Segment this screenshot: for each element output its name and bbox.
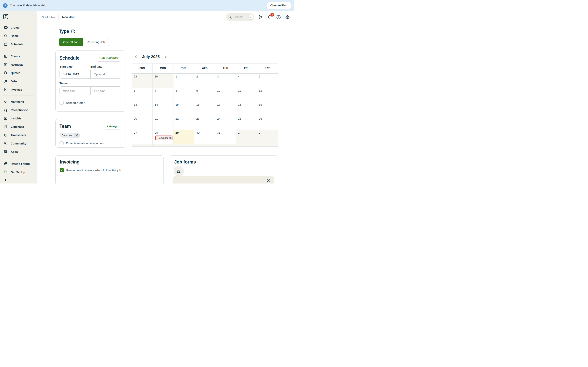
job-forms-card: Job forms (170, 155, 278, 184)
sidebar-item-requests[interactable]: Requests (0, 60, 37, 69)
sidebar-item-insights[interactable]: Insights (0, 114, 37, 123)
calendar-day-cell[interactable]: 12 (257, 88, 278, 102)
calendar-day-cell[interactable]: 31 (215, 130, 236, 144)
day-header: FRI (236, 64, 257, 73)
sidebar-item-get-set-up[interactable]: Get Set Up (0, 168, 37, 176)
day-header: MON (153, 64, 173, 73)
calendar-day-cell[interactable]: 22 (173, 116, 194, 130)
day-number: 30 (196, 131, 199, 134)
sidebar-item-refer-a-friend[interactable]: Refer a Friend (0, 160, 37, 168)
day-number: 2 (196, 75, 198, 78)
day-number: 31 (217, 131, 221, 134)
calendar-day-cell[interactable]: 3 (215, 74, 236, 88)
day-number: 24 (217, 117, 221, 120)
calendar-next-button[interactable] (164, 55, 168, 59)
calendar-prev-button[interactable] (134, 55, 138, 59)
calendar-day-cell[interactable]: 13 (132, 102, 153, 116)
calendar-day-cell[interactable]: 19 (257, 102, 278, 116)
sidebar-item-apps[interactable]: Apps (0, 148, 37, 156)
sidebar-item-label: Apps (11, 150, 18, 153)
invoice-reminder-checkbox[interactable] (60, 168, 64, 172)
calendar-day-cell[interactable]: 21 (153, 116, 173, 130)
calendar-day-cell[interactable]: 25 (236, 116, 257, 130)
calendar-day-cell[interactable]: 14 (153, 102, 173, 116)
calendar-day-cell[interactable]: 1 (236, 130, 257, 144)
sidebar-item-marketing[interactable]: Marketing (0, 98, 37, 106)
calendar-day-cell[interactable]: 5 (257, 74, 278, 88)
megaphone-icon (3, 100, 8, 104)
calendar-day-cell[interactable]: 15 (173, 102, 194, 116)
type-help-icon[interactable]: ? (71, 30, 75, 33)
sidebar-item-home[interactable]: Home (0, 32, 37, 40)
sidebar-item-community[interactable]: Community (0, 139, 37, 148)
start-date-input[interactable]: Jul 28, 2025 (60, 70, 90, 78)
sidebar-item-jobs[interactable]: Jobs (0, 77, 37, 85)
calendar-day-cell[interactable]: 30 (194, 130, 215, 144)
calendar-day-cell[interactable]: 7 (153, 88, 173, 102)
recurring-job-button[interactable]: Recurring Job (83, 38, 109, 46)
calendar-day-cell[interactable]: 18 (236, 102, 257, 116)
calendar-day-cell[interactable]: 2 (194, 74, 215, 88)
notifications-button[interactable]: 3 (267, 15, 272, 20)
calendar-day-cell[interactable]: 1 (173, 74, 194, 88)
calendar-day-cell[interactable]: 10 (215, 88, 236, 102)
calendar-day-cell[interactable]: 24 (215, 116, 236, 130)
day-number: 20 (134, 117, 137, 120)
calendar-day-cell[interactable]: 6 (132, 88, 153, 102)
calendar-day-cell-28[interactable]: 28 Reminder about (153, 130, 173, 144)
sidebar-item-label: Expenses (11, 125, 24, 128)
sparkles-button[interactable] (258, 15, 263, 20)
calendar-day-cell[interactable]: 23 (194, 116, 215, 130)
end-date-input[interactable]: Optional (90, 70, 121, 78)
schedule-later-label: Schedule later (66, 101, 85, 104)
calendar-event-chip[interactable]: Reminder about (155, 135, 173, 140)
hammer-icon (3, 79, 8, 83)
day-number: 5 (259, 75, 260, 78)
sidebar-item-schedule[interactable]: Schedule (0, 40, 37, 48)
sidebar-item-clients[interactable]: Clients (0, 52, 37, 60)
email-team-checkbox[interactable] (60, 141, 64, 145)
sidebar-item-quotes[interactable]: Quotes (0, 69, 37, 77)
assign-button[interactable]: + Assign (104, 123, 121, 130)
collapse-sidebar-button[interactable] (4, 177, 9, 183)
sidebar-item-label: Home (11, 34, 18, 37)
sidebar-item-invoices[interactable]: $ Invoices (0, 85, 37, 94)
calendar-day-cell[interactable]: 8 (173, 88, 194, 102)
sidebar-item-expenses[interactable]: $ Expenses (0, 123, 37, 131)
calendar-day-cell[interactable]: 2 (257, 130, 278, 144)
job-form-avatar (174, 166, 184, 176)
calendar-day-cell[interactable]: 17 (215, 102, 236, 116)
calendar-day-cell[interactable]: 4 (236, 74, 257, 88)
schedule-later-checkbox[interactable] (60, 101, 64, 105)
search-input[interactable]: Search / (226, 13, 254, 21)
check-icon (61, 169, 63, 171)
choose-plan-button[interactable]: Choose Plan (267, 2, 291, 9)
one-off-job-button[interactable]: One-off Job (59, 38, 83, 46)
calendar-day-cell[interactable]: 30 (153, 74, 173, 88)
start-time-input[interactable]: Start time (60, 87, 90, 95)
sidebar-item-timesheets[interactable]: Timesheets (0, 131, 37, 139)
calendar-day-cell[interactable]: 27 (132, 130, 153, 144)
search-placeholder: Search (233, 16, 247, 19)
calendar-day-cell[interactable]: 29 (132, 74, 153, 88)
calendar-day-cell[interactable]: 16 (194, 102, 215, 116)
apps-grid-icon (3, 150, 8, 154)
calendar-day-cell-selected[interactable]: 29 (173, 130, 194, 144)
remove-member-button[interactable] (74, 133, 80, 138)
close-callout-button[interactable] (267, 179, 270, 182)
calendar-day-cell[interactable]: 11 (236, 88, 257, 102)
end-time-input[interactable]: End time (90, 87, 121, 95)
chevron-right-icon (164, 55, 168, 59)
sidebar-item-create[interactable]: Create (0, 23, 37, 32)
sidebar-item-label: Refer a Friend (11, 162, 30, 166)
calendar-day-cell[interactable]: 20 (132, 116, 153, 130)
hide-calendar-button[interactable]: Hide Calendar (97, 55, 121, 62)
sidebar-item-label: Get Set Up (11, 171, 25, 174)
times-label: Times (60, 82, 121, 85)
settings-button[interactable] (285, 15, 290, 20)
calendar-day-cell[interactable]: 26 (257, 116, 278, 130)
clock-icon (3, 133, 8, 137)
sidebar-item-receptionist[interactable]: Receptionist (0, 106, 37, 114)
calendar-day-cell[interactable]: 9 (194, 88, 215, 102)
help-button[interactable]: ? (276, 15, 281, 20)
